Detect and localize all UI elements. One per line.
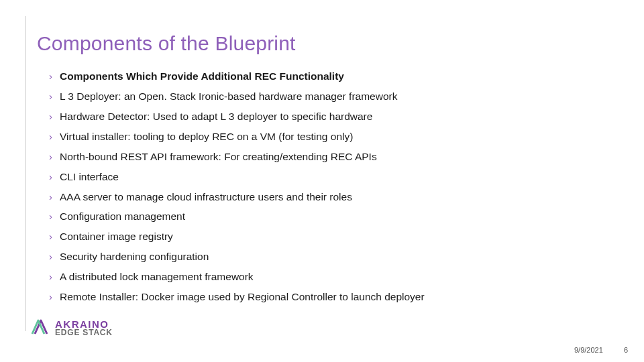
bullet-text: Configuration management [60,210,185,222]
logo: AKRAINO EDGE STACK [31,318,113,339]
footer-page-number: 6 [624,346,628,354]
footer-date: 9/9/2021 [574,346,603,354]
bullet-text: North-bound REST API framework: For crea… [60,151,377,162]
list-item: Security hardening configuration [49,250,617,264]
bullet-text: AAA server to manage cloud infrastructur… [60,191,352,202]
slide-title: Components of the Blueprint [37,32,617,55]
bullet-text: A distributed lock management framework [60,271,254,282]
bullet-text: Security hardening configuration [60,251,209,262]
bullet-text: L 3 Deployer: an Open. Stack Ironic-base… [60,90,397,102]
logo-mark-icon [31,318,51,339]
list-item: Remote Installer: Docker image used by R… [49,290,617,304]
bullet-text: Components Which Provide Additional REC … [60,70,344,82]
bullet-text: Remote Installer: Docker image used by R… [60,291,425,302]
list-item: CLI interface [49,170,617,184]
list-item: Container image registry [49,230,617,244]
bullet-text: Virtual installer: tooling to deploy REC… [60,131,353,142]
bullet-list: Components Which Provide Additional REC … [37,70,617,304]
list-item: L 3 Deployer: an Open. Stack Ironic-base… [49,90,617,104]
list-item: North-bound REST API framework: For crea… [49,150,617,164]
list-item: A distributed lock management framework [49,270,617,284]
bullet-text: Container image registry [60,231,173,242]
logo-text: AKRAINO EDGE STACK [55,320,113,337]
logo-line2: EDGE STACK [55,329,113,337]
footer: 9/9/2021 6 [574,346,628,354]
list-item: AAA server to manage cloud infrastructur… [49,190,617,204]
list-item: Configuration management [49,210,617,224]
bullet-text: CLI interface [60,171,119,182]
list-item: Components Which Provide Additional REC … [49,70,617,84]
left-vertical-rule [25,16,26,331]
list-item: Hardware Detector: Used to adapt L 3 dep… [49,110,617,124]
bullet-text: Hardware Detector: Used to adapt L 3 dep… [60,111,372,122]
slide-content: Components of the Blueprint Components W… [37,32,617,310]
list-item: Virtual installer: tooling to deploy REC… [49,130,617,144]
